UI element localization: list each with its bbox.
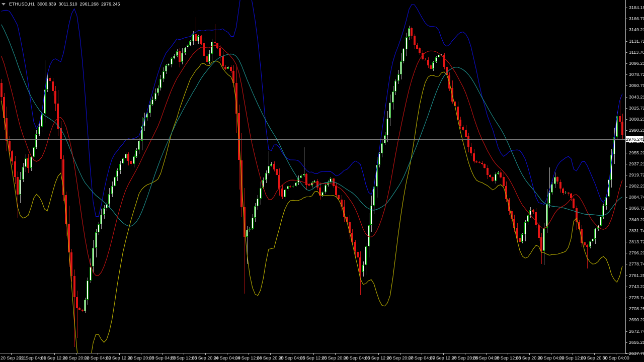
price-axis[interactable]: 2976.245 3184.1903166.7003149.2103131.72… (625, 0, 644, 362)
price-axis-label: 3060.700 (629, 83, 644, 88)
price-axis-label: 3149.210 (629, 27, 644, 32)
price-axis-label: 3025.720 (629, 106, 644, 111)
price-axis-tick (625, 220, 627, 220)
price-axis-label: 3184.190 (629, 5, 644, 10)
price-axis-label: 3096.210 (629, 61, 644, 66)
price-axis-label: 2990.210 (629, 128, 644, 133)
price-axis-tick (625, 30, 627, 30)
time-axis-tick (76, 353, 76, 355)
time-axis-tick (33, 353, 33, 355)
time-axis-tick (443, 353, 444, 355)
time-axis-tick (378, 353, 379, 355)
time-axis-tick (573, 353, 573, 355)
chart-menu-icon[interactable] (2, 3, 6, 6)
price-axis-label: 2937.210 (629, 161, 644, 166)
time-axis-tick (486, 353, 487, 355)
time-axis-tick (141, 353, 141, 355)
price-axis-tick (625, 186, 627, 187)
ohlc-close: 2976.245 (101, 2, 120, 7)
price-axis-label: 3166.700 (629, 16, 644, 21)
price-axis-label: 2849.230 (629, 217, 644, 222)
ohlc-open: 3000.839 (37, 2, 56, 7)
price-axis-tick (625, 175, 627, 175)
price-axis-tick (625, 8, 627, 8)
time-axis-tick (227, 353, 227, 355)
price-axis-label: 2672.740 (629, 329, 644, 334)
time-axis-tick (616, 353, 616, 355)
price-axis-tick (625, 264, 627, 264)
price-axis-label: 2902.230 (629, 184, 644, 189)
price-axis-label: 2761.250 (629, 273, 644, 278)
price-axis-label: 2831.740 (629, 228, 644, 233)
time-axis-tick (11, 353, 12, 355)
price-axis-label: 2690.230 (629, 317, 644, 322)
price-axis-label: 2884.740 (629, 195, 644, 200)
time-axis-tick (119, 353, 120, 355)
time-axis-tick (54, 353, 55, 355)
time-axis-tick (184, 353, 184, 355)
price-axis-tick (625, 108, 627, 109)
price-axis-tick (625, 208, 627, 209)
time-axis-tick (400, 353, 400, 355)
price-axis-label: 3008.230 (629, 117, 644, 122)
time-axis-tick (529, 353, 530, 355)
price-axis-label: 3131.720 (629, 39, 644, 44)
price-axis-label: 2866.720 (629, 206, 644, 211)
price-axis-tick (625, 19, 627, 19)
price-axis-tick (625, 164, 627, 164)
price-axis-label: 2919.720 (629, 172, 644, 177)
time-axis-tick (292, 353, 292, 355)
price-axis-label: 3043.210 (629, 95, 644, 100)
price-axis-label: 2813.720 (629, 239, 644, 244)
price-axis-label: 2955.230 (629, 150, 644, 155)
price-axis-label: 2725.740 (629, 295, 644, 300)
price-axis-tick (625, 320, 627, 320)
time-axis-tick (205, 353, 206, 355)
chart-title: ETHUSD,H1 3000.839 3011.510 2961.268 297… (2, 2, 120, 7)
price-axis-tick (625, 242, 627, 242)
price-axis-tick (625, 231, 627, 231)
price-axis-tick (625, 153, 627, 153)
price-axis-tick (625, 97, 627, 98)
price-axis-label: 2655.250 (629, 340, 644, 345)
time-axis-tick (465, 353, 465, 355)
time-axis-tick (249, 353, 249, 355)
price-axis-tick (625, 74, 627, 75)
price-axis-label: 2708.250 (629, 306, 644, 311)
time-axis-tick (335, 353, 336, 355)
price-axis-tick (625, 119, 627, 120)
ohlc-high: 3011.510 (59, 2, 77, 7)
price-axis-tick (625, 85, 627, 86)
price-axis-tick (625, 41, 627, 42)
time-axis-tick (551, 353, 551, 355)
price-axis-label: 2796.230 (629, 250, 644, 255)
price-chart-canvas[interactable] (0, 0, 625, 353)
current-price-tag: 2976.245 (626, 136, 643, 142)
time-axis-tick (594, 353, 595, 355)
price-axis-tick (625, 298, 627, 298)
price-axis-label: 2778.740 (629, 261, 644, 266)
price-axis-label: 2743.230 (629, 284, 644, 289)
price-axis-tick (625, 287, 627, 287)
time-axis-tick (422, 353, 422, 355)
price-axis-tick (625, 130, 627, 131)
price-axis-tick (625, 331, 627, 332)
time-axis-tick (163, 353, 163, 355)
price-axis-label: 3113.700 (629, 50, 644, 55)
time-axis[interactable]: 20 Sep 202121 Sep 04:0021 Sep 12:0021 Se… (0, 353, 644, 362)
price-axis-tick (625, 253, 627, 253)
time-axis-tick (313, 353, 314, 355)
time-axis-label: 30 Sep 04:00 (602, 355, 629, 360)
chart-symbol-period: ETHUSD,H1 (9, 2, 35, 7)
time-axis-tick (98, 353, 98, 355)
time-axis-tick (508, 353, 508, 355)
time-axis-tick (270, 353, 271, 355)
price-axis-label: 3078.720 (629, 72, 644, 77)
price-axis-tick (625, 309, 627, 309)
price-axis-tick (625, 52, 627, 53)
price-axis-tick (625, 342, 627, 343)
ohlc-low: 2961.268 (79, 2, 99, 7)
time-axis-tick (357, 353, 357, 355)
price-axis-tick (625, 276, 627, 276)
price-axis-tick (625, 197, 627, 198)
